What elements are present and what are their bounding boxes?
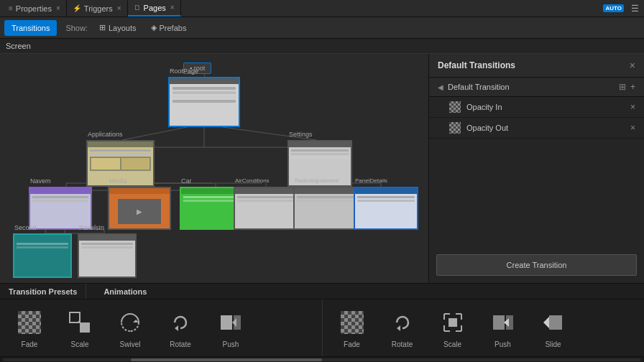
svg-line-1 — [122, 127, 187, 140]
tab-properties[interactable]: ≡ Properties × — [3, 0, 67, 17]
top-right-icons: AUTO ☰ — [603, 2, 641, 15]
svg-rect-27 — [70, 312, 80, 322]
preset-push[interactable]: Push — [213, 307, 249, 348]
create-transition-button[interactable]: Create Transition — [436, 254, 637, 276]
svg-rect-48 — [549, 315, 562, 330]
anim-slide-icon — [542, 311, 565, 334]
bottom-headers: Transition Presets Animations — [0, 284, 644, 300]
show-label: Show: — [65, 24, 88, 32]
transition-opacity-out-label: Opacity Out — [466, 124, 508, 132]
node-car-label: Car — [181, 177, 192, 185]
preset-rotate[interactable]: Rotate — [162, 307, 198, 348]
node-rootpage[interactable]: RootPage — [168, 77, 240, 127]
tree-container: ▪ root RootPage Applications — [0, 54, 428, 283]
animations-title: Animations — [95, 287, 155, 296]
anim-rotate-label: Rotate — [392, 340, 413, 348]
toolbar: Transitions Show: ⊞ Layouts ◈ Prefabs — [0, 17, 644, 39]
panel-close-button[interactable]: × — [630, 60, 635, 71]
svg-marker-49 — [543, 317, 549, 328]
anim-push-icon-box — [488, 307, 518, 338]
panel-title: Default Transitions — [438, 60, 515, 70]
tab-close-pages[interactable]: × — [170, 4, 175, 11]
anim-push[interactable]: Push — [485, 307, 521, 348]
transition-item-opacity-in[interactable]: Opacity In × — [429, 97, 644, 118]
anim-rotate-icon — [391, 311, 414, 334]
preset-scale[interactable]: Scale — [62, 307, 98, 348]
node-airconditions-label: AirConditions — [235, 177, 270, 184]
preset-fade-icon-box — [14, 307, 45, 338]
scrollbar[interactable] — [0, 356, 644, 362]
anim-slide[interactable]: Slide — [535, 307, 571, 348]
sections-divider — [86, 284, 86, 299]
preset-scale-icon — [68, 311, 91, 334]
transition-opacity-in-icon — [449, 101, 461, 113]
prefabs-icon: ◈ — [151, 23, 157, 32]
tab-triggers[interactable]: ⚡ Triggers × — [67, 0, 128, 17]
panel-section-header: ◀ Default Transition ⊞ + — [429, 78, 644, 97]
presets-title: Transition Presets — [0, 287, 86, 296]
anim-slide-icon-box — [538, 307, 569, 338]
prefabs-button[interactable]: ◈ Prefabs — [145, 20, 193, 36]
add-icon[interactable]: + — [630, 82, 635, 92]
scrollbar-track — [3, 358, 641, 361]
node-paneldetails[interactable]: PanelDetails — [354, 187, 418, 230]
anim-scale-icon — [441, 311, 464, 334]
preset-fade-label: Fade — [22, 340, 38, 348]
anim-fade-icon — [341, 311, 364, 334]
node-navem-label: Navem — [30, 177, 51, 185]
presets-section: Fade Scale — [0, 300, 322, 356]
screen-label: Screen — [0, 39, 644, 54]
node-airconditions[interactable]: AirConditions — [234, 187, 300, 230]
preset-fade[interactable]: Fade — [12, 307, 47, 348]
tab-pages[interactable]: 🗋 Pages × — [128, 0, 181, 17]
node-media[interactable]: Media ▶ — [108, 187, 171, 230]
properties-icon: ≡ — [9, 4, 13, 12]
layouts-button[interactable]: ⊞ Layouts — [93, 20, 142, 36]
preset-push-icon — [219, 311, 242, 334]
transitions-button[interactable]: Transitions — [4, 20, 57, 36]
preset-push-label: Push — [223, 340, 239, 348]
triggers-icon: ⚡ — [73, 4, 81, 12]
transition-opacity-out-close[interactable]: × — [630, 123, 635, 133]
node-rootpage-label: RootPage — [170, 68, 198, 75]
node-navem[interactable]: Navem — [29, 187, 92, 230]
preset-swivel[interactable]: Swivel — [112, 307, 148, 348]
tab-close-triggers[interactable]: × — [117, 4, 121, 12]
node-panelsin[interactable]: PanelsIn — [78, 233, 137, 278]
node-radioadjustment[interactable]: RadioAdjustment — [293, 187, 358, 230]
anim-push-icon — [492, 311, 515, 334]
preset-swivel-label: Swivel — [120, 340, 141, 348]
transition-opacity-in-label: Opacity In — [466, 103, 502, 111]
transition-item-opacity-out[interactable]: Opacity Out × — [429, 118, 644, 139]
preset-push-icon-box — [216, 307, 246, 338]
node-second[interactable]: Second — [13, 233, 72, 278]
bottom-section: Transition Presets Animations Fade — [0, 283, 644, 362]
auto-badge: AUTO — [603, 4, 624, 12]
anim-fade[interactable]: Fade — [334, 307, 370, 348]
preset-swivel-icon-box — [115, 307, 145, 338]
node-applications-label: Applications — [88, 131, 123, 138]
svg-marker-35 — [397, 325, 400, 331]
tab-close-properties[interactable]: × — [56, 4, 60, 12]
preset-rotate-icon — [169, 311, 192, 334]
grid-icon[interactable]: ⊞ — [619, 82, 626, 92]
svg-rect-44 — [448, 318, 457, 327]
svg-rect-32 — [221, 315, 232, 330]
anim-scale[interactable]: Scale — [435, 307, 471, 348]
preset-scale-icon-box — [65, 307, 95, 338]
menu-icon[interactable]: ☰ — [628, 2, 641, 15]
node-second-label: Second — [14, 224, 37, 231]
preset-rotate-label: Rotate — [170, 340, 190, 348]
preset-rotate-icon-box — [165, 307, 196, 338]
anim-rotate-icon-box — [387, 307, 418, 338]
node-radioadjustment-label: RadioAdjustment — [295, 177, 339, 184]
anim-rotate[interactable]: Rotate — [385, 307, 420, 348]
preset-fade-icon — [18, 311, 41, 334]
section-collapse-icon[interactable]: ◀ — [438, 83, 443, 91]
anim-push-label: Push — [494, 340, 511, 348]
node-panelsin-label: PanelsIn — [79, 224, 104, 231]
anim-fade-icon-box — [337, 307, 367, 338]
canvas-area[interactable]: ▪ root RootPage Applications — [0, 54, 428, 283]
transition-opacity-in-close[interactable]: × — [630, 102, 635, 112]
layouts-icon: ⊞ — [99, 23, 106, 32]
